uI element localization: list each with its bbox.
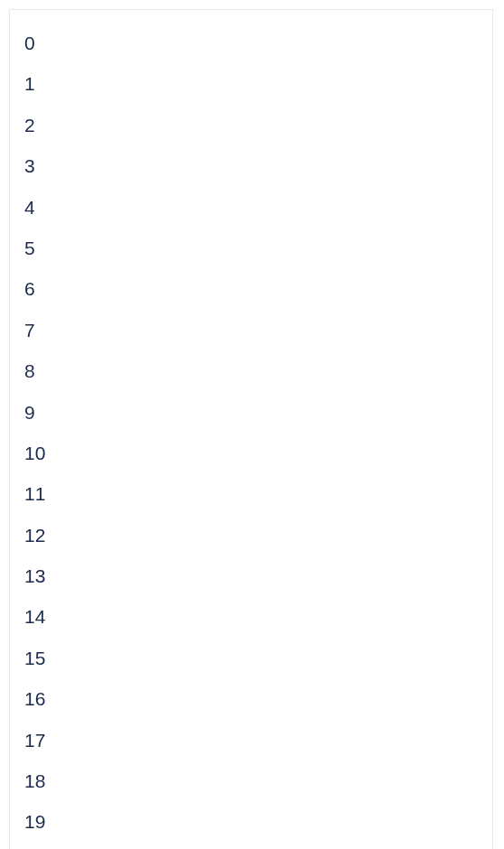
list-item: 10 — [17, 433, 485, 473]
list-item: 1 — [17, 63, 485, 104]
list-item: 4 — [17, 187, 485, 228]
list-item: 15 — [17, 638, 485, 678]
list-item: 9 — [17, 392, 485, 433]
list-item: 18 — [17, 760, 485, 801]
list-item: 19 — [17, 801, 485, 842]
list-item: 2 — [17, 105, 485, 145]
list-item: 13 — [17, 555, 485, 596]
list-item: 11 — [17, 473, 485, 514]
list-item: 14 — [17, 596, 485, 637]
list-item: 0 — [17, 23, 485, 63]
list-item: 3 — [17, 145, 485, 186]
list-item: 12 — [17, 515, 485, 555]
list-item: 5 — [17, 228, 485, 268]
list-item: 6 — [17, 268, 485, 309]
list-item: 8 — [17, 350, 485, 391]
list-item: 7 — [17, 310, 485, 350]
list-container: 0 1 2 3 4 5 6 7 8 9 10 11 12 13 14 15 16… — [9, 9, 493, 849]
list-item: 16 — [17, 678, 485, 719]
list-item: 17 — [17, 720, 485, 760]
